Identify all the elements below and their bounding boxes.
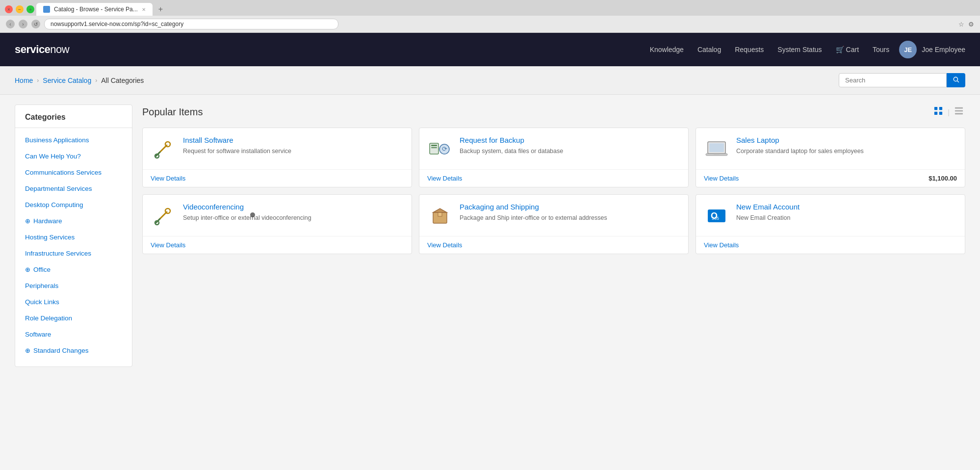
list-view-btn[interactable] (953, 104, 965, 120)
svg-rect-21 (714, 154, 720, 155)
sidebar-item-communications[interactable]: Communications Services (15, 164, 132, 181)
svg-rect-28 (438, 212, 442, 216)
sidebar-item-hardware[interactable]: ⊕ Hardware (15, 213, 132, 229)
user-area: JE Joe Employee (899, 41, 965, 58)
item-price: $1,100.00 (928, 175, 957, 182)
view-details-link[interactable]: View Details (704, 241, 739, 249)
reload-btn[interactable]: ↺ (31, 20, 40, 28)
item-info: Packaging and Shipping Package and Ship … (460, 203, 680, 228)
expand-icon: ⊕ (25, 347, 30, 354)
breadcrumb-bar: Home › Service Catalog › All Categories (0, 66, 980, 95)
svg-rect-5 (939, 112, 942, 115)
app-nav: Knowledge Catalog Requests System Status… (650, 46, 890, 53)
item-card-footer: View Details $1,100.00 (696, 169, 965, 187)
sidebar-item-business-applications[interactable]: Business Applications (15, 132, 132, 148)
grid-view-btn[interactable] (932, 104, 945, 120)
view-details-link[interactable]: View Details (151, 175, 185, 182)
sidebar-item-peripherals[interactable]: Peripherals (15, 278, 132, 294)
sidebar-item-can-we-help[interactable]: Can We Help You? (15, 148, 132, 164)
sidebar-item-office[interactable]: ⊕ Office (15, 261, 132, 278)
nav-knowledge[interactable]: Knowledge (650, 46, 684, 53)
search-button[interactable] (947, 73, 965, 87)
item-info: Sales Laptop Corporate standard laptop f… (736, 136, 957, 161)
tab-title: Catalog - Browse - Service Pa... (54, 6, 138, 13)
video-icon (153, 205, 174, 226)
item-card-body: Sales Laptop Corporate standard laptop f… (696, 128, 965, 169)
breadcrumb-sep-1: › (37, 77, 39, 84)
back-btn[interactable]: ‹ (6, 20, 15, 28)
item-card-footer: View Details (143, 236, 412, 254)
categories-sidebar: Categories Business Applications Can We … (15, 104, 132, 367)
sidebar-label: Peripherals (25, 282, 58, 289)
view-details-link[interactable]: View Details (427, 175, 462, 182)
view-divider: | (948, 108, 950, 116)
window-controls: × − + (5, 5, 34, 13)
search-bar (839, 73, 965, 87)
forward-btn[interactable]: › (19, 20, 27, 28)
item-title: Packaging and Shipping (460, 203, 680, 211)
svg-point-0 (954, 77, 957, 81)
sidebar-label: Departmental Services (25, 185, 92, 192)
close-window-btn[interactable]: × (5, 5, 13, 13)
svg-rect-15 (431, 147, 437, 148)
sidebar-item-departmental[interactable]: Departmental Services (15, 181, 132, 197)
sidebar-label: Hosting Services (25, 234, 75, 241)
item-card-footer: View Details (419, 236, 688, 254)
sidebar-title: Categories (15, 113, 132, 128)
breadcrumb-home[interactable]: Home (15, 77, 33, 84)
email-icon: O 365 (706, 206, 727, 225)
nav-catalog[interactable]: Catalog (697, 46, 721, 53)
view-details-link[interactable]: View Details (704, 175, 739, 182)
tab-favicon (43, 6, 50, 13)
nav-cart[interactable]: 🛒 Cart (836, 46, 859, 53)
extensions-icon: ⚙ (968, 21, 974, 28)
nav-requests[interactable]: Requests (735, 46, 764, 53)
item-card-body: ⟳ Request for Backup Backup system, data… (419, 128, 688, 169)
backup-icon: ⟳ (429, 139, 451, 158)
view-details-link[interactable]: View Details (427, 241, 462, 249)
svg-marker-27 (433, 209, 447, 212)
maximize-window-btn[interactable]: + (26, 5, 34, 13)
minimize-window-btn[interactable]: − (16, 5, 24, 13)
item-card-body: Packaging and Shipping Package and Ship … (419, 195, 688, 236)
grid-view-icon (934, 106, 943, 115)
tab-close-btn[interactable]: ✕ (142, 7, 146, 12)
breadcrumb-sep-2: › (95, 77, 97, 84)
breadcrumb-current: All Categories (101, 77, 144, 84)
svg-rect-6 (955, 107, 963, 109)
nav-tours[interactable]: Tours (873, 46, 889, 53)
view-details-link[interactable]: View Details (151, 241, 185, 249)
url-input[interactable] (44, 19, 338, 29)
sidebar-item-desktop-computing[interactable]: Desktop Computing (15, 197, 132, 213)
laptop-icon (705, 140, 728, 157)
sidebar-item-standard-changes[interactable]: ⊕ Standard Changes (15, 342, 132, 359)
browser-tab-active[interactable]: Catalog - Browse - Service Pa... ✕ (36, 3, 153, 16)
sidebar-item-software[interactable]: Software (15, 326, 132, 342)
item-desc: Backup system, data files or database (460, 147, 680, 156)
sidebar-item-quick-links[interactable]: Quick Links (15, 294, 132, 310)
svg-rect-14 (431, 145, 437, 146)
sidebar-item-infrastructure[interactable]: Infrastructure Services (15, 245, 132, 261)
item-title: Sales Laptop (736, 136, 957, 144)
nav-system-status[interactable]: System Status (777, 46, 822, 53)
sidebar-label: Communications Services (25, 169, 102, 176)
app-header: servicenow Knowledge Catalog Requests Sy… (0, 33, 980, 66)
item-icon-laptop (704, 136, 729, 161)
svg-line-1 (957, 81, 959, 82)
browser-chrome: × − + Catalog - Browse - Service Pa... ✕… (0, 0, 980, 33)
view-toggles: | (932, 104, 965, 120)
item-card-footer: View Details (696, 236, 965, 254)
sidebar-label: Standard Changes (33, 347, 89, 354)
sidebar-label: Software (25, 331, 51, 338)
app-logo[interactable]: servicenow (15, 43, 69, 56)
sidebar-item-hosting[interactable]: Hosting Services (15, 229, 132, 245)
search-input[interactable] (839, 73, 947, 87)
svg-rect-2 (934, 107, 937, 110)
new-tab-btn[interactable]: + (155, 3, 167, 16)
breadcrumb-service-catalog[interactable]: Service Catalog (43, 77, 91, 84)
item-card-install-software: Install Software Request for software in… (142, 128, 412, 187)
sidebar-item-role-delegation[interactable]: Role Delegation (15, 310, 132, 326)
item-card-body: O 365 New Email Account New Email Creati… (696, 195, 965, 236)
sidebar-label: Office (33, 266, 51, 273)
svg-text:⟳: ⟳ (442, 145, 447, 153)
